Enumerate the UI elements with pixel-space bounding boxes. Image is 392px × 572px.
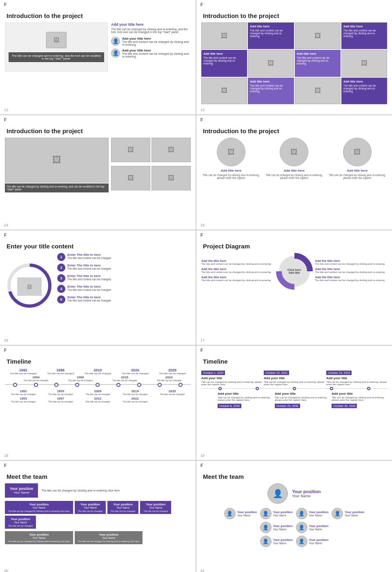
slide-14-title: Introduction to the project [5, 127, 191, 134]
slide-15-title: Introduction to the project [201, 127, 387, 134]
slide-14-left: 🖼 The title can be changed by clicking a… [5, 138, 109, 192]
slide-16-item-2-text: Enter The title in here The title and co… [67, 264, 111, 270]
slide-21-member-2: 👤 Your position Your Name [260, 508, 293, 519]
slide-15-item-3-title: Add title here [327, 169, 387, 172]
slide-21-row-3: 👤 Your position Your Name 👤 Your positio… [201, 536, 387, 547]
slide-15-item-1: 🖼 Add title here Title can be changed by… [201, 138, 261, 179]
slide-15-circle-1: 🖼 [217, 138, 245, 166]
slide-14-sm-img-2: 🖼 [151, 138, 191, 162]
slide-21-av-8: 👤 [296, 536, 307, 547]
slide-16-num-1: 1 [57, 253, 65, 261]
year-1992: 1992 The title can be changed [5, 368, 41, 375]
slide-19-line [201, 388, 387, 390]
slide-21-top: 👤 Your position Your Name [201, 483, 387, 504]
slide-17-left: Add the title here The title and content… [201, 259, 274, 284]
cell-12: Add title here The title and content can… [341, 78, 387, 104]
cell-9: 🖼 [201, 78, 247, 104]
slide-18-timeline-line [5, 384, 191, 387]
slide-20-bottom: Your position Your Name The title can be… [5, 531, 191, 544]
year-1991: 1991 The title can be changed 1993 The t… [5, 389, 42, 403]
slide-18-dots [5, 383, 191, 387]
dot-6 [116, 383, 120, 387]
slide-19-bottom: Add your title Title can be changed by c… [201, 392, 387, 409]
slide-17: F Project Diagram Add the title here The… [196, 230, 392, 345]
slide-15-item-3: 🖼 Add title here Title can be changed by… [327, 138, 387, 179]
slide-21-member-8: 👤 Your position Your Name [296, 536, 329, 547]
slide-17-left-2: Add the title here The title and content… [201, 267, 274, 273]
slide-15-item-3-desc: Title can be changed by clicking and re-… [327, 174, 387, 179]
slide-21-av-5: 👤 [260, 522, 272, 533]
slide-20-member-3: Your position Your Name The title can be… [107, 501, 138, 514]
cell-7: Add title here The title and content can… [295, 50, 341, 76]
slide-20-bottom-2: Your position Your Name The title can be… [75, 531, 143, 544]
slide-16-num: 16 [4, 338, 8, 342]
slide-21-row-1: 👤 Your position Your Name 👤 Your positio… [201, 508, 387, 519]
slide-16-item-3-text: Enter The title in here The title and co… [67, 274, 111, 281]
slide-20-num: 20 [4, 569, 8, 572]
slide-19-timeline: October 1, 2029 Add your title Title can… [201, 368, 387, 409]
slide-17-center-text: Click here Add title [287, 268, 301, 274]
logo-18: F [4, 348, 7, 353]
dot-4 [75, 383, 79, 387]
slide-16-circle: 🖼 [5, 253, 54, 318]
slide-18-sub-years: 1994 The title can be changed 1998 The t… [5, 375, 191, 382]
dot-5 [96, 383, 100, 387]
year-1996: 1996 The title can be changed [42, 368, 78, 375]
slide-19-tag-1: October 1, 2029 [201, 371, 225, 375]
slide-16-num-4: 4 [57, 285, 65, 293]
slide-20-content: Your position Your Name The title can be… [5, 483, 191, 544]
logo-15: F [200, 118, 203, 122]
slide-16-num-3: 3 [57, 274, 65, 282]
year-2025: 2025 The title can be changed [154, 389, 191, 403]
slide-21-avatar: 👤 [267, 483, 288, 504]
slide-21-member-5: 👤 Your position Your Name [260, 522, 293, 533]
slide-14-sm-img-1: 🖼 [111, 138, 150, 162]
slide-21-name-box: Your position Your Name [292, 489, 321, 498]
year-2029: 2029 The title can be changed [154, 368, 191, 375]
cell-5: Add title here The title and content can… [201, 50, 247, 76]
slide-21-num: 21 [200, 569, 205, 572]
dot-8 [158, 383, 162, 387]
slide-16-item-5-text: Enter The title in here The title and co… [67, 295, 111, 302]
slide-16-title: Enter your title content [5, 243, 191, 250]
slide-19-ttitle-2: Add your title [264, 376, 325, 380]
slide-21-av-2: 👤 [260, 508, 272, 519]
year-2010: 2010 The title can be changed [80, 368, 116, 375]
slide-14-content: 🖼 The title can be changed by clicking a… [5, 138, 191, 192]
slide-21: F Meet the team 👤 Your position Your Nam… [196, 461, 392, 572]
slide-12-item-1-title: Add your title here [122, 37, 191, 40]
logo-21: F [200, 463, 203, 468]
slide-16-num-5: 5 [57, 295, 65, 304]
slide-15: F Introduction to the project 🖼 Add titl… [196, 115, 392, 230]
cell-6: 🖼 [248, 50, 294, 76]
slide-19-num: 19 [200, 454, 205, 458]
slide-21-av-3: 👤 [296, 508, 307, 519]
slide-16-item-3: 3 Enter The title in here The title and … [57, 274, 191, 282]
slide-12-right-desc: The title can be changed by clicking and… [111, 28, 191, 34]
slide-15-circle-3: 🖼 [343, 138, 372, 166]
dot-3 [54, 383, 58, 387]
slide-19-tdesc-3: Title can be changed by clicking and re-… [326, 381, 387, 386]
logo-20: F [4, 463, 7, 468]
slide-21-member-3: 👤 Your position Your Name [296, 508, 329, 519]
year-2019: 2019 The title can be changed 2022 The t… [117, 389, 154, 403]
slide-17-left-1: Add the title here The title and content… [201, 259, 274, 265]
logo-16: F [4, 233, 7, 237]
year-1994: 1994 The title can be changed [14, 375, 58, 382]
cell-2: Add title here The title and content can… [248, 22, 294, 49]
slide-13-title: Introduction to the project [201, 12, 387, 19]
slide-17-right-3: Add the title here The title and content… [315, 275, 388, 282]
slide-19-tdesc-1: Title can be changed by clicking and re-… [201, 381, 262, 386]
slide-19-tag-2: October 15, 2031 [264, 371, 289, 375]
slide-17-right-2: Add the title here The title and content… [315, 267, 388, 273]
slide-15-item-2-desc: Title can be changed by clicking and re-… [264, 174, 324, 179]
slide-12-right-title: Add your title here [111, 22, 191, 27]
slide-19-tdesc-2: Title can be changed by clicking and re-… [264, 381, 325, 386]
slide-12-item-2: 👤 Add your title here The title and cont… [111, 49, 191, 58]
slide-18: F Timeline 1992 The title can be changed… [0, 346, 196, 460]
logo-19: F [200, 348, 203, 353]
cell-11: 🖼 [295, 78, 341, 104]
slide-19-tag-3: October 23, 2033 [326, 371, 352, 375]
slide-14-right: 🖼 🖼 🖼 🖼 [111, 138, 191, 192]
slide-19-top-2: October 15, 2031 Add your title Title ca… [264, 368, 325, 386]
